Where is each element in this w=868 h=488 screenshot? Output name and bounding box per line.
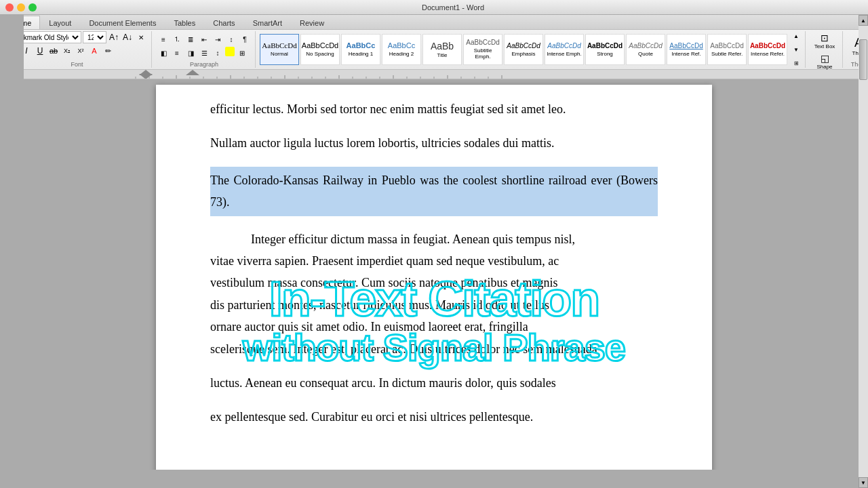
- shrink-font-button[interactable]: A↓: [121, 31, 134, 43]
- style-heading1[interactable]: AaBbCc Heading 1: [341, 34, 380, 65]
- style-preview-normal: AaBbCcDd: [262, 42, 296, 49]
- style-preview-subtitle: AaBbCcDd: [466, 39, 499, 46]
- scrollbar-right: ▲ ▼: [859, 79, 868, 470]
- style-preview-h2: AaBbCc: [388, 42, 415, 49]
- style-title[interactable]: AaBb Title: [422, 34, 462, 65]
- bullets-button[interactable]: ≡: [157, 33, 170, 45]
- decrease-indent-button[interactable]: ⇤: [198, 33, 210, 45]
- line-spacing-button[interactable]: ↕: [212, 47, 224, 59]
- text-box-label: Text Box: [814, 43, 835, 49]
- style-label-emphasis: Emphasis: [511, 51, 535, 57]
- paragraph-group-label: Paragraph: [190, 61, 218, 68]
- ribbon: Home Layout Document Elements Tables Cha…: [0, 15, 868, 70]
- paragraph-highlighted: The Colorado-Kansas Railway in Pueblo wa…: [210, 167, 658, 216]
- tab-document-elements[interactable]: Document Elements: [80, 16, 165, 29]
- paragraph-row1: ≡ ⒈ ≣ ⇤ ⇥ ↕ ¶: [157, 33, 251, 45]
- show-marks-button[interactable]: ¶: [239, 33, 251, 45]
- window-title: Document1 - Word: [43, 3, 863, 12]
- align-center-button[interactable]: ≡: [171, 47, 183, 59]
- style-strong[interactable]: AaBbCcDd Strong: [585, 34, 625, 65]
- close-button[interactable]: [5, 3, 14, 12]
- style-subtle-refer[interactable]: AaBbCcDd Subtle Refer.: [707, 34, 747, 65]
- superscript-button[interactable]: X²: [75, 45, 87, 57]
- underline-button[interactable]: U: [34, 45, 46, 57]
- paragraph-4: Integer efficitur dictum massa in feugia…: [210, 228, 658, 250]
- tab-layout[interactable]: Layout: [40, 16, 80, 29]
- ribbon-group-styles: AaBbCcDd Normal AaBbCcDd No Spacing AaBb…: [257, 31, 806, 68]
- increase-indent-button[interactable]: ⇥: [212, 33, 224, 45]
- scroll-thumb[interactable]: [859, 79, 867, 80]
- style-label-strong: Strong: [597, 51, 613, 57]
- styles-gallery: AaBbCcDd Normal AaBbCcDd No Spacing AaBb…: [260, 30, 802, 69]
- align-left-button[interactable]: ◧: [157, 47, 170, 59]
- window-controls[interactable]: [5, 3, 37, 12]
- style-intense-ref[interactable]: AaBbCcDd Intense Ref.: [667, 34, 706, 65]
- font-size-select[interactable]: 12: [83, 31, 106, 43]
- style-label-subtitle: Subtitle Emph.: [465, 47, 500, 60]
- paragraph-5b: luctus. Aenean eu consequat arcu. In dic…: [210, 372, 658, 394]
- grow-font-button[interactable]: A↑: [108, 31, 120, 43]
- style-subtitle[interactable]: AaBbCcDd Subtitle Emph.: [463, 34, 502, 65]
- style-label-title: Title: [437, 52, 448, 58]
- numbering-button[interactable]: ⒈: [171, 33, 183, 45]
- style-emphasis[interactable]: AaBbCcDd Emphasis: [504, 34, 543, 65]
- title-bar: Document1 - Word: [0, 0, 868, 15]
- paragraph-4e-text: ornare auctor quis sit amet odio. In eui…: [210, 320, 528, 333]
- highlight-button[interactable]: ✏: [102, 45, 114, 57]
- ribbon-tab-bar: Home Layout Document Elements Tables Cha…: [0, 15, 868, 30]
- document-area: efficitur lectus. Morbi sed tortor nec e…: [0, 79, 868, 470]
- paragraph-5: scelerisque sem. Integer est, placerat a…: [210, 338, 658, 360]
- style-preview-quote: AaBbCcDd: [629, 43, 662, 49]
- style-label-subtle-refer: Subtle Refer.: [711, 51, 743, 57]
- tab-tables[interactable]: Tables: [165, 16, 204, 29]
- paragraph-1: efficitur lectus. Morbi sed tortor nec e…: [210, 98, 658, 120]
- style-preview-intense-refer: AaBbCcDd: [750, 43, 785, 49]
- style-preview-no-spacing: AaBbCcDd: [302, 42, 338, 49]
- document-page[interactable]: efficitur lectus. Morbi sed tortor nec e…: [156, 85, 712, 470]
- shape-icon: ◱: [821, 53, 829, 64]
- paragraph-5-text: scelerisque sem. Integer est, placerat a…: [210, 342, 597, 356]
- font-group-label: Font: [71, 61, 83, 68]
- style-heading2[interactable]: AaBbCc Heading 2: [382, 34, 421, 65]
- minimize-button[interactable]: [17, 3, 25, 12]
- style-quote[interactable]: AaBbCcDd Quote: [626, 34, 665, 65]
- tab-smartart[interactable]: SmartArt: [244, 16, 291, 29]
- styles-more[interactable]: ⊞: [790, 57, 802, 69]
- strikethrough-button[interactable]: ab: [47, 45, 60, 57]
- styles-scroll-down[interactable]: ▼: [790, 43, 802, 56]
- styles-scroll-up[interactable]: ▲: [790, 30, 802, 42]
- left-margin: [0, 79, 24, 470]
- align-right-button[interactable]: ◨: [184, 47, 197, 59]
- text-box-button[interactable]: ⊡ Text Box: [811, 31, 838, 50]
- style-preview-intense-ref: AaBbCcDd: [669, 43, 703, 49]
- multilevel-button[interactable]: ≣: [184, 33, 197, 45]
- ruler-svg: [0, 70, 868, 79]
- borders-button[interactable]: ⊞: [236, 47, 248, 59]
- font-color-button[interactable]: A: [88, 45, 100, 57]
- shape-label: Shape: [816, 64, 832, 70]
- paragraph-4c: vestibulum massa consectetur. Cum sociis…: [210, 272, 658, 293]
- tab-charts[interactable]: Charts: [204, 16, 243, 29]
- style-preview-intense-emph: AaBbCcDd: [547, 43, 580, 49]
- style-label-intense-refer: Intense Refer.: [751, 51, 785, 57]
- style-preview-strong: AaBbCcDd: [587, 43, 623, 49]
- shading-button[interactable]: [225, 47, 235, 56]
- sort-button[interactable]: ↕: [225, 33, 237, 45]
- paragraph-buttons: ≡ ⒈ ≣ ⇤ ⇥ ↕ ¶ ◧ ≡ ◨ ☰ ↕: [157, 33, 251, 59]
- shape-button[interactable]: ◱ Shape: [811, 52, 838, 70]
- paragraph-1-text: efficitur lectus. Morbi sed tortor nec e…: [210, 102, 566, 116]
- style-no-spacing[interactable]: AaBbCcDd No Spacing: [300, 34, 340, 65]
- subscript-button[interactable]: X₂: [61, 45, 73, 57]
- style-intense-refer[interactable]: AaBbCcDd Intense Refer.: [748, 34, 787, 65]
- scroll-track[interactable]: [859, 79, 868, 470]
- tab-review[interactable]: Review: [291, 16, 333, 29]
- justify-button[interactable]: ☰: [198, 47, 210, 59]
- paragraph-4b: vitae viverra sapien. Praesent imperdiet…: [210, 250, 658, 272]
- style-normal[interactable]: AaBbCcDd Normal: [260, 34, 299, 65]
- ribbon-group-insert: ⊡ Text Box ◱ Shape Insert: [807, 31, 843, 68]
- clear-format-button[interactable]: ✕: [135, 31, 147, 43]
- maximize-button[interactable]: [28, 3, 37, 12]
- style-intense-emph[interactable]: AaBbCcDd Intense Emph.: [545, 34, 584, 65]
- style-label-intense-ref: Intense Ref.: [671, 51, 701, 57]
- style-label-no-spacing: No Spacing: [306, 51, 334, 57]
